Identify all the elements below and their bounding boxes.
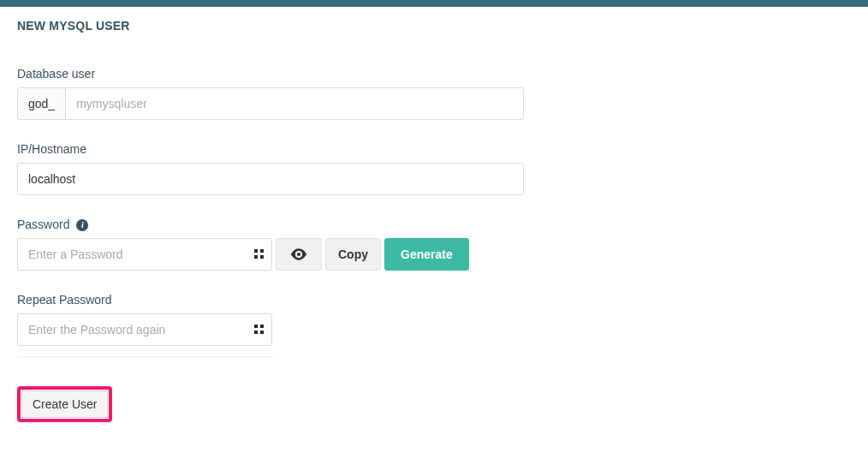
dbuser-prefix: god_ bbox=[17, 87, 66, 120]
ip-label: IP/Hostname bbox=[17, 142, 851, 156]
dbuser-group: Database user god_ bbox=[17, 67, 851, 120]
password-wrap bbox=[17, 238, 272, 271]
dbuser-input[interactable] bbox=[66, 87, 524, 120]
repeat-label: Repeat Password bbox=[17, 293, 851, 307]
create-highlight: Create User bbox=[17, 386, 112, 422]
svg-rect-0 bbox=[254, 249, 258, 253]
repeat-group: Repeat Password bbox=[17, 293, 851, 346]
copy-button[interactable]: Copy bbox=[325, 238, 381, 271]
top-bar bbox=[0, 0, 868, 7]
svg-rect-2 bbox=[254, 255, 258, 259]
svg-rect-8 bbox=[260, 331, 264, 334]
password-label: Password i bbox=[17, 218, 851, 231]
repeat-password-input[interactable] bbox=[17, 313, 272, 346]
form-container: NEW MYSQL USER Database user god_ IP/Hos… bbox=[0, 7, 868, 434]
repeat-wrap bbox=[17, 313, 272, 346]
divider bbox=[17, 356, 274, 357]
password-manager-icon[interactable] bbox=[253, 324, 265, 336]
ip-row bbox=[17, 163, 524, 195]
password-input[interactable] bbox=[17, 238, 272, 271]
dbuser-row: god_ bbox=[17, 87, 524, 120]
password-label-text: Password bbox=[17, 218, 69, 231]
dbuser-label: Database user bbox=[17, 67, 851, 80]
create-user-button[interactable]: Create User bbox=[21, 390, 108, 418]
password-group: Password i bbox=[17, 218, 851, 271]
info-icon[interactable]: i bbox=[76, 219, 88, 231]
svg-rect-3 bbox=[260, 255, 264, 259]
ip-group: IP/Hostname bbox=[17, 142, 851, 195]
svg-rect-5 bbox=[254, 325, 258, 328]
reveal-password-button[interactable] bbox=[276, 238, 322, 271]
ip-input[interactable] bbox=[17, 163, 524, 195]
generate-button[interactable]: Generate bbox=[384, 238, 469, 271]
eye-icon bbox=[290, 248, 307, 260]
svg-rect-1 bbox=[260, 249, 264, 253]
svg-rect-7 bbox=[254, 331, 258, 334]
password-row: Copy Generate bbox=[17, 238, 851, 271]
password-manager-icon[interactable] bbox=[253, 248, 265, 260]
page-title: NEW MYSQL USER bbox=[17, 19, 851, 33]
svg-point-4 bbox=[297, 253, 300, 256]
svg-rect-6 bbox=[260, 325, 264, 328]
